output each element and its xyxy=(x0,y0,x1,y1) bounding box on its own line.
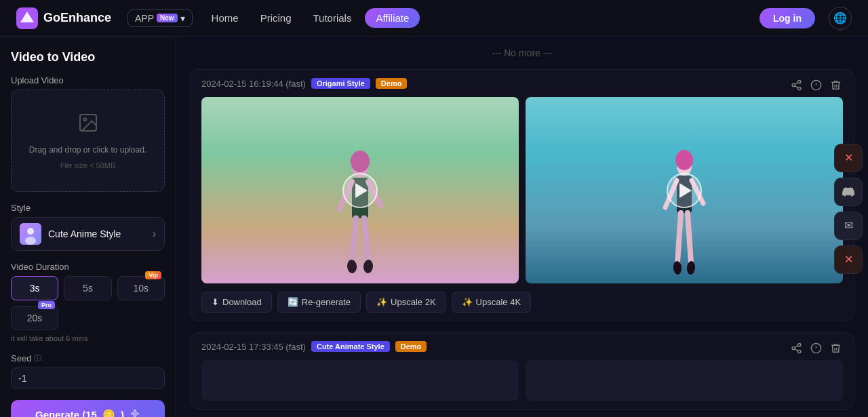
card-1-video-before[interactable] xyxy=(201,97,519,283)
duration-3s[interactable]: 3s xyxy=(11,276,58,300)
logo-icon xyxy=(16,7,38,29)
svg-point-37 xyxy=(798,350,801,353)
svg-point-10 xyxy=(798,87,801,90)
svg-point-32 xyxy=(673,261,682,275)
regenerate-button[interactable]: 🔄 Re-generate xyxy=(277,292,361,313)
logo[interactable]: GoEnhance xyxy=(16,7,111,29)
style-selector[interactable]: Cute Anime Style › xyxy=(11,217,165,251)
pro-badge: Pro xyxy=(38,301,55,309)
style-label: Style xyxy=(11,203,165,213)
svg-line-39 xyxy=(795,346,798,348)
style-arrow-icon: › xyxy=(153,228,156,240)
generation-card-2: 2024-02-15 17:33:45 (fast) Cute Animate … xyxy=(190,332,854,410)
svg-point-7 xyxy=(133,412,137,416)
duration-hint: it will take about 6 mins xyxy=(11,334,165,342)
generate-arrow-icon xyxy=(130,408,140,417)
card-2-delete-button[interactable] xyxy=(829,341,843,358)
float-sidebar: ✕ ✉ ✕ xyxy=(829,138,868,279)
sidebar-title: Video to Video xyxy=(11,50,165,64)
card-1-play-before[interactable] xyxy=(342,173,378,208)
upscale-4k-icon: ✨ xyxy=(462,297,473,307)
card-1-timestamp: 2024-02-15 16:19:44 (fast) xyxy=(201,79,306,89)
svg-point-34 xyxy=(675,150,693,170)
upscale-4k-button[interactable]: ✨ Upscale 4K xyxy=(452,292,531,313)
nav-pricing[interactable]: Pricing xyxy=(252,9,300,26)
style-name: Cute Anime Style xyxy=(48,229,146,239)
play-triangle-icon-2 xyxy=(679,183,692,198)
svg-line-31 xyxy=(688,213,691,263)
svg-line-12 xyxy=(795,83,798,85)
download-label: Download xyxy=(222,297,262,307)
seed-section: Seed ⓘ xyxy=(11,353,165,389)
card-1-actions xyxy=(789,78,843,95)
card-1-video-pair xyxy=(201,97,843,283)
navbar: GoEnhance APP New ▾ Home Pricing Tutoria… xyxy=(0,0,868,37)
svg-line-20 xyxy=(352,218,356,263)
duration-buttons-row2: Pro 20s xyxy=(11,306,165,330)
card-2-info-button[interactable] xyxy=(809,341,823,358)
upload-text: Drag and drop or click to upload. xyxy=(29,144,146,156)
no-more-text: --- No more --- xyxy=(190,47,854,58)
upscale-4k-label: Upscale 4K xyxy=(476,297,521,307)
upload-icon xyxy=(77,112,99,138)
globe-icon: 🌐 xyxy=(833,12,847,24)
duration-section: Video Duration 3s 5s Vip 10s Pro 20s it … xyxy=(11,262,165,342)
svg-point-6 xyxy=(25,237,36,245)
card-1-info-button[interactable] xyxy=(809,78,823,95)
svg-line-21 xyxy=(364,218,368,263)
duration-20s[interactable]: Pro 20s xyxy=(11,306,58,330)
upscale-2k-label: Upscale 2K xyxy=(391,297,435,307)
upscale-2k-button[interactable]: ✨ Upscale 2K xyxy=(366,292,446,313)
card-1-share-button[interactable] xyxy=(789,78,804,95)
card-2-share-button[interactable] xyxy=(789,341,804,358)
style-section: Style Cute Anime Style › xyxy=(11,203,165,251)
card-2-actions xyxy=(789,341,843,358)
svg-point-36 xyxy=(792,346,795,349)
float-email-button[interactable]: ✉ xyxy=(834,212,863,240)
app-new-badge: New xyxy=(157,14,178,22)
upload-hint: File size < 50MB xyxy=(60,161,116,170)
seed-input[interactable] xyxy=(11,368,165,389)
card-2-timestamp: 2024-02-15 17:33:45 (fast) xyxy=(201,342,306,352)
card-2-header: 2024-02-15 17:33:45 (fast) Cute Animate … xyxy=(201,341,843,352)
svg-point-9 xyxy=(792,83,795,86)
upscale-2k-icon: ✨ xyxy=(376,297,387,307)
svg-point-8 xyxy=(798,80,801,83)
globe-button[interactable]: 🌐 xyxy=(829,7,852,30)
card-1-buttons: ⬇ Download 🔄 Re-generate ✨ Upscale 2K ✨ … xyxy=(201,292,843,313)
card-2-video-before[interactable] xyxy=(201,360,519,401)
regenerate-icon: 🔄 xyxy=(288,297,298,307)
sidebar: Video to Video Upload Video Drag and dro… xyxy=(0,37,176,417)
card-1-delete-button[interactable] xyxy=(829,78,843,95)
upload-area[interactable]: Drag and drop or click to upload. File s… xyxy=(11,90,165,192)
nav-tutorials[interactable]: Tutorials xyxy=(304,9,359,26)
card-1-video-after[interactable] xyxy=(526,97,843,283)
svg-point-5 xyxy=(27,228,34,235)
generate-button[interactable]: Generate (15 🪙 ) xyxy=(11,400,165,417)
float-close-button-1[interactable]: ✕ xyxy=(834,144,863,172)
card-1-play-after[interactable] xyxy=(667,173,702,208)
regenerate-label: Re-generate xyxy=(302,297,351,307)
nav-home[interactable]: Home xyxy=(203,9,247,26)
card-2-video-after[interactable] xyxy=(526,360,843,401)
upload-label: Upload Video xyxy=(11,75,165,85)
card-2-style-badge: Cute Animate Style xyxy=(311,341,390,352)
app-chevron-icon: ▾ xyxy=(180,13,185,24)
login-button[interactable]: Log in xyxy=(760,8,815,28)
duration-buttons-row1: 3s 5s Vip 10s xyxy=(11,276,165,300)
card-2-video-pair xyxy=(201,360,843,401)
download-button[interactable]: ⬇ Download xyxy=(201,292,272,313)
seed-label: Seed ⓘ xyxy=(11,353,165,363)
card-2-demo-badge: Demo xyxy=(395,341,427,352)
duration-5s[interactable]: 5s xyxy=(64,276,111,300)
duration-10s[interactable]: Vip 10s xyxy=(117,276,165,300)
seed-info-icon: ⓘ xyxy=(34,353,41,363)
card-1-header: 2024-02-15 16:19:44 (fast) Origami Style… xyxy=(201,78,843,89)
app-button[interactable]: APP New ▾ xyxy=(127,9,193,27)
float-close-button-2[interactable]: ✕ xyxy=(834,245,863,274)
style-thumbnail xyxy=(20,223,41,245)
generate-label: Generate (15 xyxy=(35,409,97,417)
download-icon: ⬇ xyxy=(212,297,219,307)
nav-affiliate[interactable]: Affiliate xyxy=(365,8,420,28)
float-discord-button[interactable] xyxy=(834,178,863,206)
